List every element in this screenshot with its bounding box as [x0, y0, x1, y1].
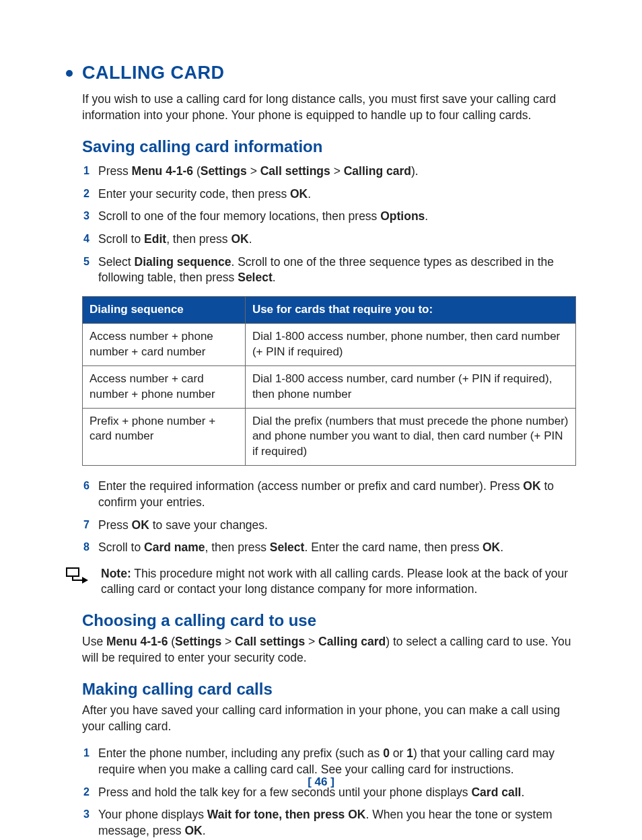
- steps-saving-a: 1 Press Menu 4-1-6 (Settings > Call sett…: [82, 160, 576, 289]
- table-row: Access number + card number + phone numb…: [83, 365, 576, 408]
- section-making-title: Making calling card calls: [82, 678, 576, 700]
- section-choosing-text: Use Menu 4-1-6 (Settings > Call settings…: [82, 634, 576, 666]
- table-row: Access number + phone number + card numb…: [83, 323, 576, 365]
- table-row: Prefix + phone number + card number Dial…: [83, 408, 576, 466]
- steps-saving-b: 6 Enter the required information (access…: [82, 475, 576, 559]
- table-header: Use for cards that require you to:: [245, 296, 575, 323]
- note-arrow-icon: [66, 567, 89, 584]
- steps-making: 1 Enter the phone number, including any …: [82, 742, 576, 840]
- intro-text: If you wish to use a calling card for lo…: [82, 92, 576, 123]
- section-choosing-title: Choosing a calling card to use: [82, 610, 576, 631]
- step-text: Press: [98, 164, 132, 178]
- dialing-sequence-table: Dialing sequence Use for cards that requ…: [82, 296, 576, 466]
- section-saving-title: Saving calling card information: [82, 136, 576, 158]
- note-block: Note: This procedure might not work with…: [66, 566, 576, 598]
- section-making-intro: After you have saved your calling card i…: [82, 703, 576, 734]
- page-title: CALLING CARD: [82, 61, 224, 85]
- bullet-icon: [66, 70, 73, 77]
- table-header: Dialing sequence: [83, 296, 246, 323]
- svg-rect-0: [67, 568, 79, 576]
- note-text: This procedure might not work with all c…: [101, 567, 568, 596]
- page-number: [ 46 ]: [66, 775, 576, 790]
- note-label: Note:: [101, 567, 131, 580]
